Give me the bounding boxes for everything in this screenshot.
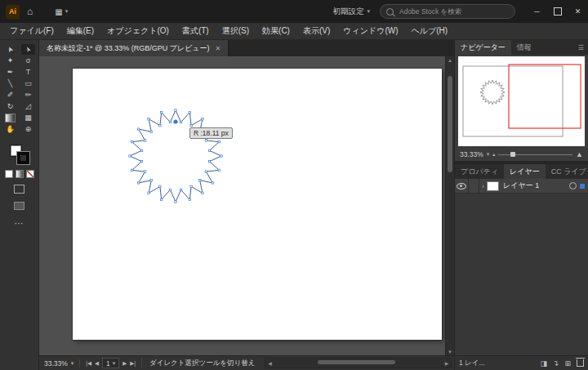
scroll-down-icon[interactable]: ▼ xyxy=(448,348,452,355)
workspace-switcher[interactable]: 初期設定 ▾ xyxy=(332,7,370,17)
screen-mode-button[interactable] xyxy=(14,202,24,210)
visibility-toggle[interactable] xyxy=(455,179,469,193)
canvas[interactable]: R :18.11 px ▲ ▼ xyxy=(39,56,454,355)
app-logo: Ai xyxy=(6,5,20,19)
rotate-tool[interactable]: ↻ xyxy=(3,101,17,112)
horizontal-scroll-track[interactable] xyxy=(274,359,443,368)
new-sublayer-button[interactable]: ↴ xyxy=(553,359,559,368)
menu-edit[interactable]: 編集(E) xyxy=(60,25,100,37)
zoom-tool[interactable]: ⊕ xyxy=(21,124,35,135)
hand-tool[interactable]: ✋ xyxy=(3,124,17,135)
menu-file[interactable]: ファイル(F) xyxy=(3,25,60,37)
pencil-tool[interactable]: ✏ xyxy=(21,90,35,100)
scroll-up-icon[interactable]: ▲ xyxy=(448,56,452,64)
scroll-left-icon[interactable]: ◀ xyxy=(265,360,274,366)
arrange-documents-button[interactable]: ▦ ▾ xyxy=(55,7,68,16)
maximize-button[interactable] xyxy=(547,0,568,23)
zoom-level-select[interactable]: 33.33% ▾ xyxy=(44,359,80,368)
selection-tool[interactable]: ➤ xyxy=(3,44,17,55)
menu-select[interactable]: 選択(S) xyxy=(216,25,256,37)
menu-type[interactable]: 書式(T) xyxy=(176,25,216,37)
first-artboard-button[interactable]: |◀ xyxy=(86,360,91,367)
menu-help[interactable]: ヘルプ(H) xyxy=(405,25,455,37)
navigator-thumbnail xyxy=(458,56,585,146)
navigator-zoom-slider[interactable] xyxy=(498,154,572,155)
expand-layer-icon[interactable]: › xyxy=(479,182,487,190)
magic-wand-tool[interactable]: ✦ xyxy=(3,56,17,66)
minimize-button[interactable]: ─ xyxy=(527,0,547,23)
delete-layer-button[interactable] xyxy=(577,359,584,367)
navigator-panel: ナビゲーター 情報 ☰ 33.33% ▾ ▴ xyxy=(455,40,588,162)
gradient-button[interactable] xyxy=(16,170,24,178)
make-clipping-mask-button[interactable]: ◨ xyxy=(540,359,547,368)
draw-mode-button[interactable] xyxy=(14,185,24,194)
measurement-tooltip: R :18.11 px xyxy=(189,127,233,139)
adobe-stock-search[interactable] xyxy=(380,4,515,19)
new-layer-button[interactable]: ⊞ xyxy=(564,359,571,368)
close-button[interactable]: ✕ xyxy=(568,0,588,23)
menu-window[interactable]: ウィンドウ(W) xyxy=(336,25,404,37)
artboard[interactable]: R :18.11 px xyxy=(73,69,442,340)
layer-row[interactable]: › レイヤー 1 xyxy=(455,179,588,194)
layer-count: 1 レイ... xyxy=(459,359,485,368)
zoom-out-icon[interactable]: ▴ xyxy=(492,152,495,157)
horizontal-scroll-thumb[interactable] xyxy=(318,360,395,364)
mesh-tool[interactable]: ▦ xyxy=(21,113,35,123)
gradient-tool[interactable] xyxy=(3,113,17,123)
status-tool-hint: ダイレクト選択ツールを切り替え xyxy=(142,359,263,368)
edit-toolbar-button[interactable]: ⋯ xyxy=(15,218,24,229)
scale-tool[interactable]: ◿ xyxy=(21,101,35,112)
close-tab-icon[interactable]: ✕ xyxy=(216,45,221,52)
fill-stroke-swatches[interactable] xyxy=(10,145,29,164)
menu-effect[interactable]: 効果(C) xyxy=(256,25,296,37)
layer-thumbnail[interactable] xyxy=(487,181,499,191)
pen-tool-icon: ✒ xyxy=(7,69,14,76)
tools-panel: ➤➢✦σ✒T╲▭✐✏↻◿▦✋⊕ ⋯ xyxy=(0,40,39,370)
selection-tool-icon: ➤ xyxy=(6,45,15,54)
rectangle-tool[interactable]: ▭ xyxy=(21,78,35,89)
tab-properties[interactable]: プロパティ xyxy=(455,164,504,179)
navigator-preview[interactable] xyxy=(455,55,588,148)
horizontal-scrollbar[interactable]: ◀ ▶ xyxy=(265,358,452,368)
line-segment-tool[interactable]: ╲ xyxy=(3,78,17,89)
document-tabbar: 名称未設定-1* @ 33.33% (RGB/GPU プレビュー) ✕ xyxy=(39,40,454,56)
direct-selection-tool[interactable]: ➢ xyxy=(21,44,35,55)
tab-layers[interactable]: レイヤー xyxy=(504,164,546,179)
selected-anchor-point[interactable] xyxy=(173,119,177,123)
paintbrush-tool[interactable]: ✐ xyxy=(3,90,17,100)
chevron-down-icon: ▾ xyxy=(71,360,74,367)
tab-navigator[interactable]: ナビゲーター xyxy=(455,40,511,55)
color-button[interactable] xyxy=(5,170,13,178)
none-button[interactable] xyxy=(26,170,34,178)
next-artboard-button[interactable]: ▶ xyxy=(122,360,127,367)
menu-object[interactable]: オブジェクト(O) xyxy=(100,25,176,37)
tab-info[interactable]: 情報 xyxy=(511,40,537,55)
tab-cc-libraries[interactable]: CC ライブラリ xyxy=(546,164,588,179)
zoom-slider-thumb[interactable] xyxy=(510,152,515,157)
pen-tool[interactable]: ✒ xyxy=(3,67,17,78)
lock-toggle[interactable] xyxy=(469,179,479,193)
star-artwork[interactable] xyxy=(114,95,237,217)
lasso-tool[interactable]: σ xyxy=(21,56,35,66)
document-tab[interactable]: 名称未設定-1* @ 33.33% (RGB/GPU プレビュー) ✕ xyxy=(39,40,229,56)
layer-target-icon[interactable] xyxy=(569,182,577,189)
scroll-right-icon[interactable]: ▶ xyxy=(443,360,451,366)
prev-artboard-button[interactable]: ◀ xyxy=(95,360,99,367)
stroke-color-swatch[interactable] xyxy=(17,152,29,164)
zoom-in-icon[interactable]: ▲ xyxy=(576,151,583,158)
layer-selection-indicator[interactable] xyxy=(580,184,585,189)
last-artboard-button[interactable]: ▶| xyxy=(130,360,136,367)
panel-menu-icon[interactable]: ☰ xyxy=(574,40,588,55)
type-tool[interactable]: T xyxy=(21,67,35,78)
search-input[interactable] xyxy=(398,7,509,16)
artboard-number-field[interactable]: 1 ▾ xyxy=(102,358,119,368)
menu-view[interactable]: 表示(V) xyxy=(296,25,336,37)
navigator-panel-tabs: ナビゲーター 情報 ☰ xyxy=(455,40,588,55)
navigator-zoom-value[interactable]: 33.33% xyxy=(460,150,483,158)
home-icon[interactable]: ⌂ xyxy=(27,7,33,16)
illustrator-window: Ai ⌂ ▦ ▾ 初期設定 ▾ ─ ✕ ファイル(F)編集(E)オブジェクト(O… xyxy=(0,0,588,370)
vertical-scrollbar[interactable]: ▲ ▼ xyxy=(445,56,454,355)
vertical-scroll-thumb[interactable] xyxy=(448,76,452,172)
layer-name[interactable]: レイヤー 1 xyxy=(503,181,539,191)
star-path[interactable] xyxy=(130,110,221,202)
